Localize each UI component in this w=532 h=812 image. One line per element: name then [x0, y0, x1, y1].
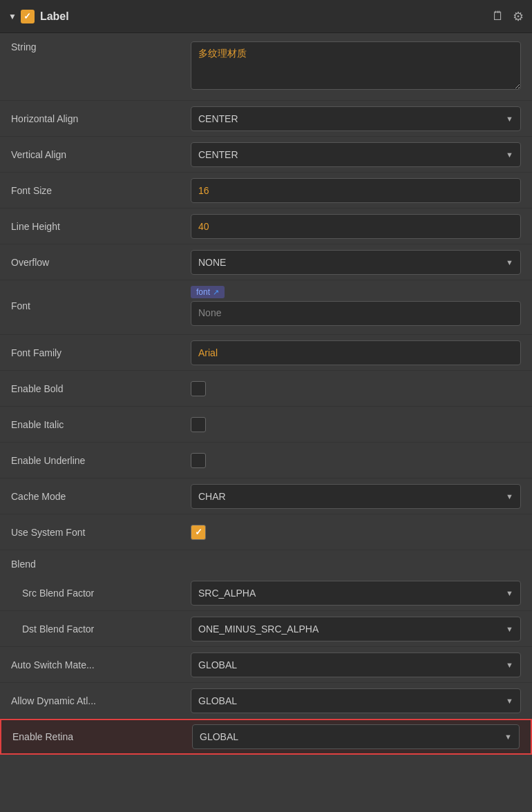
label-panel: ▼ ✓ Label 🗒 ⚙ String Horizontal Align CE…: [0, 0, 532, 755]
blend-section-label: Blend: [0, 550, 532, 575]
font-label: Font: [11, 300, 191, 311]
overflow-control: NONE ▼: [191, 250, 521, 275]
font-family-row: Font Family: [0, 335, 532, 371]
checkbox-check-icon: ✓: [23, 11, 31, 21]
enable-bold-control: [191, 381, 521, 396]
font-size-control: [191, 178, 521, 203]
font-size-label: Font Size: [11, 185, 191, 196]
horizontal-align-value: CENTER: [198, 113, 238, 124]
settings-icon[interactable]: ⚙: [513, 9, 524, 24]
auto-switch-dropdown[interactable]: GLOBAL ▼: [191, 652, 521, 677]
src-blend-control: SRC_ALPHA ▼: [191, 581, 521, 606]
auto-switch-control: GLOBAL ▼: [191, 652, 521, 677]
src-blend-dropdown[interactable]: SRC_ALPHA ▼: [191, 581, 521, 606]
font-row-top: Font font ↗ None: [11, 286, 521, 326]
cache-mode-control: CHAR ▼: [191, 484, 521, 509]
font-size-input[interactable]: [191, 178, 521, 203]
font-tooltip: font ↗: [191, 286, 225, 298]
horizontal-align-row: Horizontal Align CENTER ▼: [0, 101, 532, 137]
panel-title: Label: [40, 10, 492, 23]
external-link-icon[interactable]: ↗: [213, 288, 219, 297]
save-icon[interactable]: 🗒: [492, 9, 504, 24]
horizontal-align-control: CENTER ▼: [191, 106, 521, 131]
allow-dynamic-row: Allow Dynamic Atl... GLOBAL ▼: [0, 683, 532, 719]
src-blend-row: Src Blend Factor SRC_ALPHA ▼: [0, 575, 532, 611]
enable-bold-checkbox[interactable]: [191, 381, 206, 396]
collapse-arrow[interactable]: ▼: [8, 12, 17, 21]
enable-underline-control: [191, 453, 521, 468]
use-system-font-control: ✓: [191, 525, 521, 540]
enable-checkbox[interactable]: ✓: [21, 10, 35, 23]
allow-dynamic-dropdown[interactable]: GLOBAL ▼: [191, 688, 521, 713]
font-family-input[interactable]: [191, 340, 521, 365]
font-size-row: Font Size: [0, 173, 532, 209]
auto-switch-row: Auto Switch Mate... GLOBAL ▼: [0, 647, 532, 683]
cache-mode-value: CHAR: [198, 491, 226, 502]
enable-retina-value: GLOBAL: [200, 731, 238, 742]
enable-italic-label: Enable Italic: [11, 419, 191, 430]
dst-blend-label: Dst Blend Factor: [11, 624, 191, 635]
chevron-down-icon: ▼: [506, 151, 513, 159]
chevron-down-icon: ▼: [506, 697, 513, 705]
chevron-down-icon: ▼: [504, 733, 512, 741]
enable-italic-row: Enable Italic: [0, 407, 532, 443]
chevron-down-icon: ▼: [506, 492, 513, 501]
use-system-font-checkbox[interactable]: ✓: [191, 525, 206, 540]
horizontal-align-dropdown[interactable]: CENTER ▼: [191, 106, 521, 131]
chevron-down-icon: ▼: [506, 258, 513, 267]
chevron-down-icon: ▼: [506, 661, 513, 669]
enable-retina-label: Enable Retina: [12, 731, 192, 742]
enable-bold-row: Enable Bold: [0, 371, 532, 407]
enable-italic-checkbox[interactable]: [191, 417, 206, 432]
cache-mode-dropdown[interactable]: CHAR ▼: [191, 484, 521, 509]
use-system-font-row: Use System Font ✓: [0, 514, 532, 550]
enable-retina-row: Enable Retina GLOBAL ▼: [0, 719, 532, 755]
src-blend-value: SRC_ALPHA: [198, 588, 256, 599]
dst-blend-dropdown[interactable]: ONE_MINUS_SRC_ALPHA ▼: [191, 617, 521, 641]
horizontal-align-label: Horizontal Align: [11, 113, 191, 124]
checkbox-check-icon: ✓: [195, 527, 202, 537]
chevron-down-icon: ▼: [506, 625, 513, 633]
auto-switch-value: GLOBAL: [198, 659, 237, 670]
string-control: [191, 41, 521, 92]
enable-underline-label: Enable Underline: [11, 455, 191, 466]
enable-underline-row: Enable Underline: [0, 443, 532, 478]
enable-bold-label: Enable Bold: [11, 383, 191, 394]
overflow-label: Overflow: [11, 257, 191, 268]
font-row: Font font ↗ None: [0, 280, 532, 335]
enable-italic-control: [191, 417, 521, 432]
vertical-align-label: Vertical Align: [11, 149, 191, 160]
chevron-down-icon: ▼: [506, 115, 513, 123]
string-row: String: [0, 33, 532, 101]
auto-switch-label: Auto Switch Mate...: [11, 659, 191, 670]
dst-blend-value: ONE_MINUS_SRC_ALPHA: [198, 624, 319, 635]
enable-underline-checkbox[interactable]: [191, 453, 206, 468]
allow-dynamic-control: GLOBAL ▼: [191, 688, 521, 713]
overflow-value: NONE: [198, 257, 226, 268]
cache-mode-label: Cache Mode: [11, 491, 191, 502]
dst-blend-row: Dst Blend Factor ONE_MINUS_SRC_ALPHA ▼: [0, 611, 532, 647]
overflow-dropdown[interactable]: NONE ▼: [191, 250, 521, 275]
string-label: String: [11, 41, 191, 52]
font-tooltip-text: font: [196, 287, 210, 297]
use-system-font-label: Use System Font: [11, 527, 191, 538]
line-height-input[interactable]: [191, 214, 521, 239]
line-height-row: Line Height: [0, 209, 532, 244]
line-height-label: Line Height: [11, 221, 191, 232]
allow-dynamic-label: Allow Dynamic Atl...: [11, 695, 191, 706]
vertical-align-row: Vertical Align CENTER ▼: [0, 137, 532, 173]
string-input[interactable]: [191, 41, 521, 90]
font-family-control: [191, 340, 521, 365]
font-family-label: Font Family: [11, 347, 191, 358]
enable-retina-dropdown[interactable]: GLOBAL ▼: [192, 724, 520, 749]
font-input[interactable]: None: [191, 301, 521, 326]
header-actions: 🗒 ⚙: [492, 9, 524, 24]
chevron-down-icon: ▼: [506, 589, 513, 597]
cache-mode-row: Cache Mode CHAR ▼: [0, 478, 532, 514]
vertical-align-value: CENTER: [198, 149, 238, 160]
overflow-row: Overflow NONE ▼: [0, 244, 532, 280]
dst-blend-control: ONE_MINUS_SRC_ALPHA ▼: [191, 617, 521, 641]
allow-dynamic-value: GLOBAL: [198, 695, 237, 706]
vertical-align-dropdown[interactable]: CENTER ▼: [191, 142, 521, 167]
line-height-control: [191, 214, 521, 239]
